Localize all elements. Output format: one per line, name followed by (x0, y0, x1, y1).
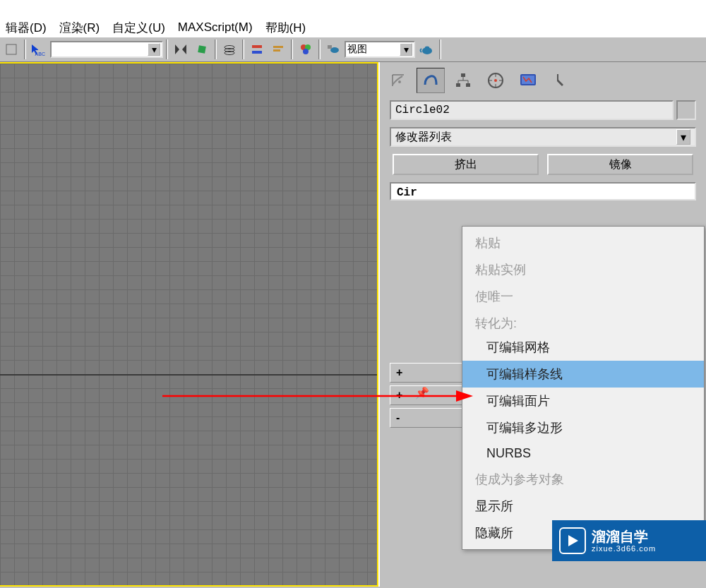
svg-marker-33 (568, 535, 578, 546)
ctx-show-all[interactable]: 显示所 (462, 493, 704, 520)
dropdown-arrow-icon[interactable]: ▾ (676, 129, 690, 145)
object-color-swatch[interactable] (676, 100, 696, 120)
svg-rect-5 (252, 51, 262, 54)
curve-editor-icon[interactable] (268, 40, 288, 59)
ctx-convert-to-header: 转化为: (462, 310, 704, 334)
ctx-make-reference: 使成为参考对象 (462, 466, 704, 493)
main-toolbar: ABC ▾ 视图 ▾ (0, 37, 706, 62)
ctx-editable-mesh[interactable]: 可编辑网格 (462, 334, 704, 361)
play-icon (559, 527, 586, 554)
menu-render[interactable]: 渲染(R) (59, 20, 100, 36)
utilities-tab-icon[interactable] (546, 68, 575, 93)
render-setup-icon[interactable] (323, 40, 343, 59)
menu-help[interactable]: 帮助(H) (265, 20, 306, 36)
svg-rect-6 (273, 46, 283, 48)
dropdown-arrow-icon[interactable]: ▾ (148, 43, 160, 56)
mirror-button[interactable]: 镜像 (547, 154, 693, 175)
svg-rect-16 (461, 73, 465, 77)
menu-editor[interactable]: 辑器(D) (6, 20, 47, 36)
dropdown-arrow-icon[interactable]: ▾ (400, 43, 412, 56)
watermark-url: zixue.3d66.com (592, 544, 656, 553)
selection-filter-dropdown[interactable]: ▾ (50, 41, 163, 58)
watermark: 溜溜自学 zixue.3d66.com (552, 520, 706, 561)
menu-maxscript[interactable]: MAXScript(M) (178, 20, 253, 35)
ctx-nurbs[interactable]: NURBS (462, 441, 704, 466)
motion-tab-icon[interactable] (481, 68, 510, 93)
modifier-list-label: 修改器列表 (395, 130, 452, 145)
ctx-paste-instance: 粘贴实例 (462, 256, 704, 283)
render-view-dropdown[interactable]: 视图 ▾ (345, 41, 415, 58)
svg-point-24 (494, 79, 497, 82)
svg-point-15 (398, 80, 401, 83)
object-name-input[interactable] (390, 100, 674, 120)
modifier-stack[interactable]: Cir (390, 182, 696, 200)
hierarchy-tab-icon[interactable] (449, 68, 477, 93)
teapot-render-icon[interactable] (417, 40, 436, 59)
material-editor-icon[interactable] (296, 40, 316, 59)
extrude-button[interactable]: 挤出 (393, 154, 539, 175)
modifier-list-dropdown[interactable]: 修改器列表 ▾ (390, 127, 696, 147)
stack-item: Cir (397, 186, 417, 199)
svg-rect-17 (456, 83, 460, 87)
svg-rect-0 (6, 44, 16, 54)
modify-tab-icon[interactable] (417, 68, 445, 93)
viewport[interactable] (0, 62, 378, 587)
ctx-paste: 粘贴 (462, 229, 704, 256)
svg-point-14 (425, 47, 429, 49)
svg-rect-4 (252, 45, 262, 48)
svg-rect-7 (273, 49, 280, 52)
display-tab-icon[interactable] (514, 68, 542, 93)
svg-point-10 (303, 49, 309, 54)
ctx-editable-poly[interactable]: 可编辑多边形 (462, 414, 704, 441)
schematic-view-icon[interactable] (247, 40, 267, 59)
panel-tabs (383, 65, 703, 99)
select-arrow-icon[interactable]: ABC (29, 40, 49, 59)
svg-rect-12 (328, 45, 332, 49)
layers-icon[interactable] (220, 40, 239, 59)
align-icon[interactable] (192, 40, 212, 59)
svg-rect-18 (466, 83, 470, 87)
pin-stack-icon[interactable]: 📌 (415, 386, 429, 400)
tool-undo-icon[interactable] (1, 40, 21, 59)
render-view-label: 视图 (347, 43, 367, 56)
menu-customize[interactable]: 自定义(U) (112, 20, 165, 36)
mirror-icon[interactable] (171, 40, 191, 59)
create-tab-icon[interactable] (384, 68, 412, 93)
menu-bar: 辑器(D) 渲染(R) 自定义(U) MAXScript(M) 帮助(H) (0, 0, 706, 37)
context-menu: 粘贴 粘贴实例 使唯一 转化为: 可编辑网格 可编辑样条线 可编辑面片 可编辑多… (462, 226, 705, 550)
ctx-editable-spline[interactable]: 可编辑样条线 (462, 361, 704, 388)
ctx-make-unique: 使唯一 (462, 283, 704, 310)
watermark-title: 溜溜自学 (592, 529, 656, 544)
ctx-editable-patch[interactable]: 可编辑面片 (462, 388, 704, 414)
